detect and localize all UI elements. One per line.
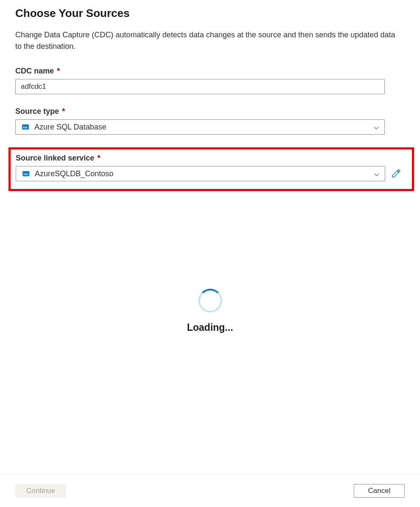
page-title: Choose Your Sources — [15, 7, 405, 20]
continue-button[interactable]: Continue — [15, 484, 66, 498]
cdc-name-label: CDC name * — [15, 67, 60, 76]
source-linked-service-highlighted: Source linked service * SQL AzureSQLDB_C… — [8, 147, 414, 191]
source-linked-service-select[interactable]: SQL AzureSQLDB_Contoso — [16, 166, 385, 181]
svg-text:SQL: SQL — [23, 126, 28, 129]
chevron-down-icon — [374, 171, 380, 177]
footer: Continue Cancel — [0, 474, 420, 507]
svg-text:SQL: SQL — [23, 173, 29, 175]
loading-text: Loading... — [187, 322, 233, 333]
pencil-icon — [391, 168, 401, 180]
source-linked-service-label: Source linked service * — [16, 154, 100, 163]
source-type-label-text: Source type — [15, 107, 59, 115]
cdc-name-field-group: CDC name * — [15, 67, 405, 94]
edit-linked-service-button[interactable] — [389, 166, 403, 181]
cancel-button[interactable]: Cancel — [354, 484, 405, 498]
source-type-label: Source type * — [15, 107, 65, 116]
sql-icon: SQL — [22, 170, 30, 177]
cdc-name-label-text: CDC name — [15, 67, 54, 75]
page-description: Change Data Capture (CDC) automatically … — [15, 29, 397, 52]
source-type-select[interactable]: SQL Azure SQL Database — [15, 119, 385, 135]
sql-icon: SQL — [22, 123, 29, 131]
source-linked-service-label-text: Source linked service — [16, 154, 94, 162]
required-asterisk: * — [97, 154, 100, 162]
chevron-down-icon — [373, 124, 379, 130]
source-type-value: Azure SQL Database — [34, 123, 106, 132]
loading-section: Loading... — [15, 289, 405, 333]
source-type-field-group: Source type * SQL Azure SQL Database — [15, 107, 405, 135]
cdc-name-input[interactable] — [15, 79, 385, 94]
spinner-icon — [198, 289, 222, 313]
source-linked-service-value: AzureSQLDB_Contoso — [35, 169, 113, 178]
required-asterisk: * — [57, 67, 60, 75]
required-asterisk: * — [62, 107, 65, 115]
